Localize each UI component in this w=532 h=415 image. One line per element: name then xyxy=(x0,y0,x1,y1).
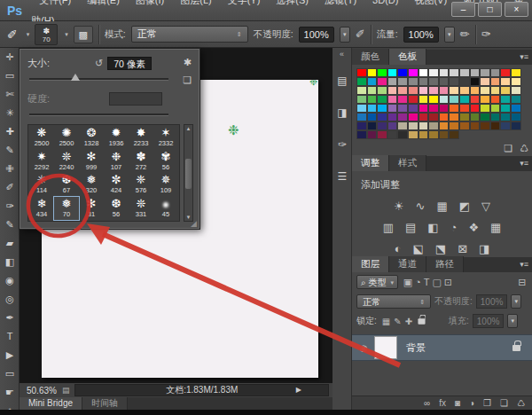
layer-filter-icon[interactable]: ▢ xyxy=(431,277,442,287)
swatch[interactable] xyxy=(408,77,419,86)
swatch[interactable] xyxy=(459,95,470,104)
blend-mode-select[interactable]: 正常 ⇕ xyxy=(131,26,248,43)
eyedropper-tool[interactable]: ✎ xyxy=(0,141,20,160)
tab-swatches[interactable]: 色板 xyxy=(389,49,426,65)
swatch[interactable] xyxy=(387,95,398,104)
stamp-tool[interactable]: ✑ xyxy=(0,197,20,215)
swatch[interactable] xyxy=(419,77,429,86)
zoom-percentage[interactable]: 50.63% xyxy=(20,386,62,395)
delete-layer-icon[interactable]: ♺ xyxy=(517,398,525,408)
gear-icon[interactable]: ✱ xyxy=(184,57,192,68)
swatch[interactable] xyxy=(419,130,429,139)
eraser-tool[interactable]: ▰ xyxy=(0,234,20,253)
swatch[interactable] xyxy=(449,77,459,86)
new-layer-icon[interactable]: ❏ xyxy=(500,398,508,408)
swatch[interactable] xyxy=(356,130,367,139)
swatch[interactable] xyxy=(428,86,439,95)
toggle-brush-panel-button[interactable]: ▩ xyxy=(74,26,93,43)
brush-preset[interactable]: ❊331 xyxy=(129,197,153,221)
swatch[interactable] xyxy=(511,68,521,77)
swatch[interactable] xyxy=(470,113,481,121)
menu-item[interactable]: 滤镜(T) xyxy=(317,0,364,5)
swatch[interactable] xyxy=(356,68,367,77)
swatch[interactable] xyxy=(419,68,429,77)
trash-icon[interactable]: ♺ xyxy=(520,143,528,154)
menu-item[interactable]: 图层(L) xyxy=(172,0,219,5)
swatch[interactable] xyxy=(428,104,439,113)
brush-preset[interactable]: ❆67 xyxy=(54,173,79,197)
swatch[interactable] xyxy=(377,130,387,139)
brush-panel-icon[interactable]: ✑ xyxy=(332,135,352,154)
layer-blend-mode-select[interactable]: 正常 ⇕ xyxy=(356,294,431,309)
brush-preset[interactable]: ❉107 xyxy=(104,150,129,174)
swatch[interactable] xyxy=(490,104,501,113)
swatch[interactable] xyxy=(367,86,378,95)
adjustment-icon[interactable]: ▦ xyxy=(490,221,501,234)
brush-preset[interactable]: ❆56 xyxy=(104,197,129,221)
tab-styles[interactable]: 样式 xyxy=(389,155,426,171)
layer-name[interactable]: 背景 xyxy=(401,341,509,355)
brush-preset[interactable]: ✷2292 xyxy=(29,150,54,174)
close-button[interactable]: × xyxy=(505,2,528,17)
brush-preset[interactable]: ✳114 xyxy=(29,173,54,197)
swatch[interactable] xyxy=(500,77,511,86)
swatch[interactable] xyxy=(377,95,387,104)
maximize-button[interactable]: □ xyxy=(478,2,502,17)
swatch[interactable] xyxy=(500,113,511,121)
swatch[interactable] xyxy=(397,95,408,104)
tool-preset-caret-icon[interactable]: ▾ xyxy=(27,31,30,38)
wand-tool[interactable]: ✳ xyxy=(0,104,20,122)
menu-item[interactable]: 图像(I) xyxy=(128,0,172,5)
swatch[interactable] xyxy=(449,86,459,95)
adjustment-icon[interactable]: ❖ xyxy=(468,221,479,234)
swatch[interactable] xyxy=(419,95,429,104)
hardness-slider[interactable] xyxy=(29,114,168,116)
swatch[interactable] xyxy=(511,95,521,104)
adjustment-icon[interactable]: ▽ xyxy=(481,200,490,213)
swatch[interactable] xyxy=(500,68,511,77)
swatch[interactable] xyxy=(459,77,470,86)
menu-item[interactable]: 文字(Y) xyxy=(220,0,269,5)
swatch[interactable] xyxy=(387,77,398,86)
layer-effects-icon[interactable]: fx xyxy=(439,398,446,408)
history-brush-tool[interactable]: ✎ xyxy=(0,215,20,234)
swatch[interactable] xyxy=(480,68,490,77)
swatch[interactable] xyxy=(367,121,378,130)
swatch[interactable] xyxy=(377,68,387,77)
swatch[interactable] xyxy=(428,121,439,130)
minimize-button[interactable]: – xyxy=(451,2,475,17)
swatch[interactable] xyxy=(439,130,450,139)
swatch[interactable] xyxy=(449,95,459,104)
tab-paths[interactable]: 路径 xyxy=(426,256,464,272)
menu-item[interactable]: 编辑(E) xyxy=(79,0,128,5)
adjustment-icon[interactable]: ◨ xyxy=(479,242,489,255)
swatch[interactable] xyxy=(439,77,450,86)
swatch[interactable] xyxy=(356,113,367,121)
swatch[interactable] xyxy=(470,104,481,113)
swatch[interactable] xyxy=(428,68,439,77)
flow-dropdown-icon[interactable]: ▾ xyxy=(444,27,455,43)
tab-timeline[interactable]: 时间轴 xyxy=(82,397,128,410)
filter-toggle-icon[interactable]: ⊟ xyxy=(517,277,528,288)
swatch[interactable] xyxy=(449,113,459,121)
lock-all-icon[interactable] xyxy=(418,318,425,324)
brush-preset[interactable]: ❋2500 xyxy=(29,126,54,150)
swatch[interactable] xyxy=(439,68,450,77)
swatch[interactable] xyxy=(459,113,470,121)
swatch[interactable] xyxy=(408,95,419,104)
swatch[interactable] xyxy=(387,86,398,95)
adjustment-icon[interactable]: ∿ xyxy=(416,200,426,213)
swatch[interactable] xyxy=(480,104,490,113)
swatch[interactable] xyxy=(511,121,521,130)
scrollbar-thumb[interactable] xyxy=(185,159,192,189)
swatch[interactable] xyxy=(470,77,481,86)
swatch[interactable] xyxy=(367,95,378,104)
swatch[interactable] xyxy=(356,121,367,130)
tab-layers[interactable]: 图层 xyxy=(352,256,389,272)
layer-visibility-eye-icon[interactable]: ◉ xyxy=(356,343,371,353)
brush-preset[interactable]: ❅320 xyxy=(79,173,104,197)
swatch[interactable] xyxy=(480,77,490,86)
swatch[interactable] xyxy=(439,86,450,95)
swatch[interactable] xyxy=(377,77,387,86)
opacity-dropdown-icon[interactable]: ▾ xyxy=(340,27,350,43)
